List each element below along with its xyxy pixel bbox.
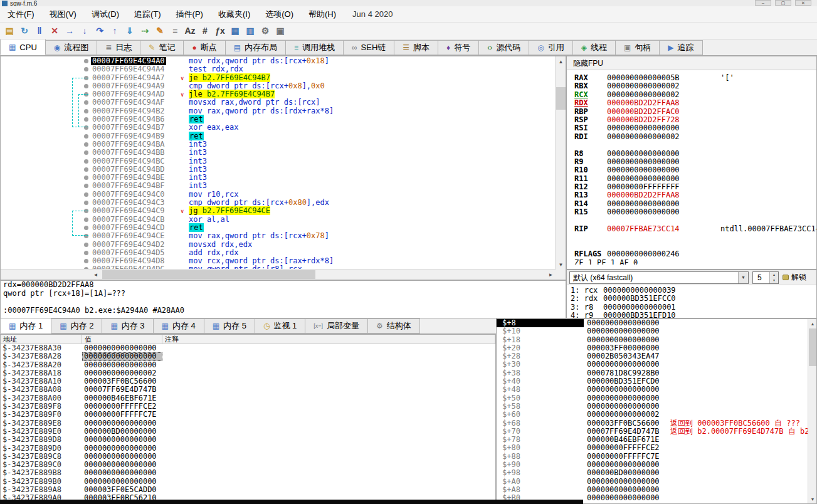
stack-value[interactable]: 0000000000000000 <box>587 503 660 503</box>
breakpoint-gutter-dot[interactable] <box>84 159 88 164</box>
disasm-instruction[interactable]: ∨jle b2.7FF69E4C94B7 <box>189 90 275 98</box>
memory-col-header-2[interactable]: 注释 <box>162 335 495 344</box>
breakpoint-gutter-dot[interactable] <box>84 150 88 155</box>
disasm-address[interactable]: 00007FF69E4C94BB <box>92 149 165 157</box>
disasm-address[interactable]: 00007FF69E4C94C3 <box>92 199 165 207</box>
stack-row[interactable]: $+A80000000000000000 <box>497 486 808 494</box>
disasm-row[interactable]: 00007FF69E4C94B9ret <box>1 132 556 140</box>
breakpoint-gutter-dot[interactable] <box>84 67 88 71</box>
disasm-address[interactable]: 00007FF69E4C94B7 <box>92 123 165 132</box>
memory-value[interactable]: 0000000000000002 <box>82 369 162 377</box>
stack-offset[interactable]: $+20 <box>497 344 584 352</box>
scroll-thumb[interactable] <box>102 270 315 279</box>
tab-call-stack[interactable]: ≡调用堆栈 <box>286 40 344 55</box>
stack-value[interactable]: 0000000000000002 <box>587 411 660 419</box>
disasm-instruction[interactable]: int3 <box>189 157 207 165</box>
memory-row[interactable]: $-34237E889C80000000000000000 <box>1 453 495 461</box>
memory-address[interactable]: $-34237E889A8 <box>1 486 82 494</box>
register-value[interactable]: 0000000000000000 <box>607 124 680 132</box>
menu-item-2[interactable]: 调试(D) <box>84 6 127 23</box>
step-over-button[interactable]: ↷ <box>92 24 107 38</box>
stack-value[interactable]: 0000000000000000 <box>587 478 660 486</box>
memory-row[interactable]: $-34237E889E80000000000000000 <box>1 419 495 428</box>
disasm-instruction[interactable]: ret <box>189 115 204 123</box>
breakpoint-gutter-dot[interactable] <box>84 142 88 147</box>
memory-address[interactable]: $-34237E88A10 <box>1 377 82 386</box>
label-button[interactable]: Az <box>182 24 198 38</box>
disasm-address[interactable]: 00007FF69E4C94D5 <box>92 249 165 257</box>
register-row[interactable]: RSI0000000000000000 <box>567 124 816 132</box>
open-file-button[interactable]: ▤ <box>2 24 17 38</box>
memory-value[interactable]: 0000000000000000 <box>82 453 162 461</box>
register-value[interactable]: 000000BD2D2FFAC0 <box>607 108 680 116</box>
disasm-address[interactable]: 00007FF69E4C94A0 <box>91 57 166 65</box>
scroll-up-icon[interactable]: ▲ <box>808 319 817 328</box>
memory-value[interactable]: 0000000000000000 <box>82 352 162 360</box>
stack-value[interactable]: 00002B050343EA47 <box>587 352 660 360</box>
memory-value[interactable]: 0000000000000000 <box>82 444 162 453</box>
disasm-instruction[interactable]: int3 <box>189 165 207 174</box>
disasm-address[interactable]: 00007FF69E4C94AD <box>92 90 165 98</box>
function-button[interactable]: ƒx <box>213 24 228 38</box>
register-row[interactable]: RBX0000000000000002 <box>567 82 816 90</box>
stack-value[interactable]: 0000000000000000 <box>587 402 660 411</box>
disasm-instruction[interactable]: cmp dword ptr ds:[rcx+0x80],edx <box>189 199 329 207</box>
disasm-row[interactable]: 00007FF69E4C94BFint3 <box>1 182 556 190</box>
restart-button[interactable]: ↻ <box>17 24 32 38</box>
log-button[interactable]: ▥ <box>243 24 258 38</box>
disasm-address[interactable]: 00007FF69E4C94B9 <box>92 132 165 140</box>
breakpoint-gutter-dot[interactable] <box>84 134 88 139</box>
stack-row[interactable]: $+600000000000000002 <box>497 411 808 419</box>
register-value[interactable]: 0000000000000002 <box>607 82 680 90</box>
minimize-button[interactable]: – <box>755 0 771 6</box>
disasm-instruction[interactable]: int3 <box>189 174 207 182</box>
disasm-instruction[interactable]: add rdx,rdx <box>189 249 238 257</box>
memory-address[interactable]: $-34237E889E8 <box>1 419 82 428</box>
memory-value[interactable]: 00007FF69E4D747B <box>82 386 162 394</box>
breakpoint-gutter-dot[interactable] <box>84 192 88 197</box>
register-row[interactable]: RDI0000000000000002 <box>567 133 816 141</box>
memory-address[interactable]: $-34237E889B8 <box>1 469 82 477</box>
breakpoint-gutter-dot[interactable] <box>84 59 88 63</box>
settings-button[interactable]: ⚙ <box>258 24 273 38</box>
stack-offset[interactable]: $+30 <box>497 360 584 369</box>
memory-row[interactable]: $-34237E88A180000000000000002 <box>1 369 495 377</box>
stack-row[interactable]: $+A00000000000000000 <box>497 478 808 486</box>
disasm-instruction[interactable]: int3 <box>189 182 207 190</box>
disasm-instruction[interactable]: mov rax,qword ptr ds:[rcx+0x78] <box>189 232 329 240</box>
register-row[interactable]: RSP000000BD2D2FF728 <box>567 116 816 124</box>
memory-address[interactable]: $-34237E889C8 <box>1 453 82 461</box>
disasm-instruction[interactable]: mov r10,rcx <box>189 191 238 199</box>
stack-value[interactable]: 0000000000000000 <box>587 494 660 502</box>
disasm-row[interactable]: 00007FF69E4C94BEint3 <box>1 174 556 182</box>
register-value[interactable]: 0000000000000246 <box>607 250 680 258</box>
patch-button[interactable]: ✎ <box>152 24 167 38</box>
disasm-instruction[interactable]: ∨jg b2.7FF69E4C94CE <box>189 207 270 215</box>
register-row[interactable]: R80000000000000000 <box>567 150 816 158</box>
disasm-instruction[interactable]: cmp dword ptr ds:[rcx+0x8],0x0 <box>189 82 325 90</box>
memory-row[interactable]: $-34237E889B80000000000000000 <box>1 469 495 477</box>
memory-map-button[interactable]: ▦ <box>228 24 243 38</box>
memory-address[interactable]: $-34237E88A08 <box>1 386 82 394</box>
stop-button[interactable]: ✕ <box>47 24 62 38</box>
breakpoint-gutter-dot[interactable] <box>84 251 88 255</box>
memory-row[interactable]: $-34237E889C00000000000000000 <box>1 461 495 469</box>
tab-dump-1[interactable]: ▦内存 1 <box>0 318 51 333</box>
memory-value[interactable]: 0000000000000000 <box>82 344 162 352</box>
stack-offset[interactable]: $+58 <box>497 402 584 411</box>
disasm-address[interactable]: 00007FF69E4C94CB <box>92 216 165 224</box>
memory-row[interactable]: $-34237E889F000000000FFFFFC7E <box>1 411 495 419</box>
disasm-instruction[interactable]: mov rdx,qword ptr ds:[rcx+0x18] <box>189 57 329 65</box>
register-value[interactable]: 0000000000000000 <box>607 175 680 183</box>
register-row[interactable]: R90000000000000000 <box>567 158 816 166</box>
stack-row[interactable]: $+300000000000000000 <box>497 360 808 369</box>
fastcall-arg-row[interactable]: 3: r80000000000000001 <box>567 303 816 312</box>
register-value[interactable]: 0000000000000000 <box>607 150 680 158</box>
memory-value[interactable]: 00000000FFFFFC7E <box>82 411 162 419</box>
memory-address[interactable]: $-34237E889C0 <box>1 461 82 469</box>
menu-item-4[interactable]: 插件(P) <box>169 6 211 23</box>
stack-row[interactable]: $+580000000000000000 <box>497 402 808 411</box>
disasm-address[interactable]: 00007FF69E4C94B6 <box>92 115 165 123</box>
disasm-instruction[interactable]: xor eax,eax <box>189 123 238 132</box>
disasm-row[interactable]: 00007FF69E4C94D8mov rcx,qword ptr ds:[ra… <box>1 257 556 265</box>
